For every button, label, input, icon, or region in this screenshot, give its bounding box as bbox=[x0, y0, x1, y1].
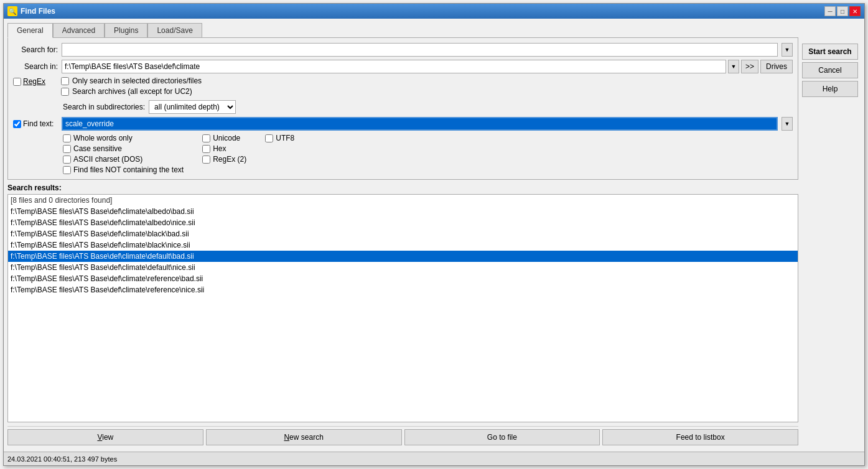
ascii-charset-label: ASCII charset (DOS) bbox=[73, 155, 142, 164]
start-search-button[interactable]: Start search bbox=[802, 44, 858, 60]
content-area: General Advanced Plugins Load/Save Searc… bbox=[4, 19, 864, 452]
find-text-input[interactable]: scale_override bbox=[62, 117, 778, 131]
whole-words-checkbox[interactable] bbox=[63, 134, 71, 142]
close-button[interactable]: ✕ bbox=[849, 6, 861, 16]
case-sensitive-checkbox[interactable] bbox=[63, 145, 71, 153]
search-in-dropdown[interactable]: ▼ bbox=[728, 60, 739, 73]
not-containing-row: Find files NOT containing the text bbox=[63, 165, 184, 174]
ascii-charset-checkbox[interactable] bbox=[63, 156, 71, 164]
checkbox-options: Only search in selected directories/file… bbox=[61, 77, 202, 98]
search-in-label: Search in: bbox=[13, 62, 58, 71]
cancel-button[interactable]: Cancel bbox=[802, 62, 858, 78]
main-panel: General Advanced Plugins Load/Save Searc… bbox=[4, 19, 802, 452]
view-label: iew bbox=[102, 433, 113, 442]
tab-advanced[interactable]: Advanced bbox=[53, 23, 105, 38]
utf8-checkbox[interactable] bbox=[265, 134, 273, 142]
case-sensitive-row: Case sensitive bbox=[63, 144, 184, 153]
result-item-4[interactable]: f:\Temp\BASE files\ATS Base\def\climate\… bbox=[8, 251, 798, 262]
hex-checkbox[interactable] bbox=[202, 145, 210, 153]
go-to-file-button[interactable]: Go to file bbox=[404, 429, 600, 445]
utf8-row: UTF8 bbox=[265, 134, 294, 142]
result-item-6[interactable]: f:\Temp\BASE files\ATS Base\def\climate\… bbox=[8, 273, 798, 284]
title-bar: 🔍 Find Files ─ □ ✕ bbox=[4, 4, 864, 19]
hex-row: Hex bbox=[202, 144, 246, 153]
regex-label: RegEx bbox=[23, 77, 45, 86]
search-for-label: Search for: bbox=[13, 45, 58, 54]
results-summary: [8 files and 0 directories found] bbox=[8, 195, 798, 206]
regex2-label: RegEx (2) bbox=[213, 155, 246, 164]
result-item-0[interactable]: f:\Temp\BASE files\ATS Base\def\climate\… bbox=[8, 206, 798, 217]
find-files-window: 🔍 Find Files ─ □ ✕ General Advanced Plug… bbox=[3, 3, 865, 466]
result-item-1[interactable]: f:\Temp\BASE files\ATS Base\def\climate\… bbox=[8, 217, 798, 228]
search-archives-label: Search archives (all except for UC2) bbox=[72, 87, 192, 96]
expand-button[interactable]: >> bbox=[741, 60, 758, 73]
title-bar-buttons: ─ □ ✕ bbox=[824, 6, 861, 16]
search-in-group: f:\Temp\BASE files\ATS Base\def\climate … bbox=[62, 60, 793, 73]
find-text-row: Find text: scale_override ▼ bbox=[13, 117, 793, 131]
tab-general[interactable]: General bbox=[7, 23, 53, 38]
regex2-checkbox[interactable] bbox=[202, 156, 210, 164]
whole-words-row: Whole words only bbox=[63, 134, 184, 142]
regex-area: RegEx bbox=[13, 77, 58, 86]
tab-plugins[interactable]: Plugins bbox=[105, 23, 147, 38]
new-search-label: ew search bbox=[289, 433, 324, 442]
title-bar-left: 🔍 Find Files bbox=[7, 6, 55, 16]
results-section: Search results: [8 files and 0 directori… bbox=[7, 183, 798, 422]
drives-button[interactable]: Drives bbox=[760, 60, 793, 73]
search-for-row: Search for: ▼ bbox=[13, 43, 793, 57]
bottom-buttons: View New search Go to file Feed to listb… bbox=[7, 426, 798, 448]
ascii-charset-row: ASCII charset (DOS) bbox=[63, 155, 184, 164]
subdirs-label: Search in subdirectories: bbox=[63, 103, 145, 111]
status-bar: 24.03.2021 00:40:51, 213 497 bytes bbox=[4, 452, 864, 465]
find-text-label: Find text: bbox=[23, 119, 54, 128]
feed-to-listbox-button[interactable]: Feed to listbox bbox=[602, 429, 798, 445]
subdirs-select[interactable]: all (unlimited depth) none 1 level 2 lev… bbox=[149, 100, 236, 114]
subdirs-row: Search in subdirectories: all (unlimited… bbox=[63, 100, 793, 114]
feed-to-listbox-label: Feed to listbox bbox=[676, 433, 725, 442]
unicode-checkbox[interactable] bbox=[202, 134, 210, 142]
search-archives-checkbox[interactable] bbox=[61, 88, 69, 96]
result-item-2[interactable]: f:\Temp\BASE files\ATS Base\def\climate\… bbox=[8, 228, 798, 239]
right-panel: Start search Cancel Help bbox=[802, 19, 864, 452]
new-search-button[interactable]: New search bbox=[206, 429, 402, 445]
find-text-label-area: Find text: bbox=[13, 119, 58, 128]
unicode-label: Unicode bbox=[213, 134, 240, 142]
not-containing-label: Find files NOT containing the text bbox=[73, 165, 184, 174]
whole-words-label: Whole words only bbox=[73, 134, 133, 142]
regex2-row: RegEx (2) bbox=[202, 155, 246, 164]
search-in-input[interactable]: f:\Temp\BASE files\ATS Base\def\climate bbox=[62, 60, 726, 73]
tab-content-general: Search for: ▼ Search in: f:\Temp\BASE fi… bbox=[7, 37, 798, 180]
only-selected-label: Only search in selected directories/file… bbox=[72, 77, 202, 85]
options-col-1: Whole words only Case sensitive ASCII ch… bbox=[63, 134, 184, 174]
options-col-3: UTF8 bbox=[265, 134, 294, 174]
status-text: 24.03.2021 00:40:51, 213 497 bytes bbox=[7, 455, 117, 463]
tab-bar: General Advanced Plugins Load/Save bbox=[7, 22, 798, 37]
minimize-button[interactable]: ─ bbox=[824, 6, 836, 16]
result-item-7[interactable]: f:\Temp\BASE files\ATS Base\def\climate\… bbox=[8, 284, 798, 295]
result-item-5[interactable]: f:\Temp\BASE files\ATS Base\def\climate\… bbox=[8, 262, 798, 273]
tab-loadsave[interactable]: Load/Save bbox=[147, 23, 202, 38]
window-icon: 🔍 bbox=[7, 6, 17, 16]
spacer-top bbox=[802, 22, 861, 41]
view-button[interactable]: View bbox=[7, 429, 203, 445]
find-text-checkbox[interactable] bbox=[13, 120, 21, 128]
search-for-input[interactable] bbox=[62, 43, 778, 57]
help-button[interactable]: Help bbox=[802, 81, 858, 97]
maximize-button[interactable]: □ bbox=[837, 6, 848, 16]
regex-checkbox[interactable] bbox=[13, 78, 21, 86]
utf8-label: UTF8 bbox=[276, 134, 294, 142]
not-containing-checkbox[interactable] bbox=[63, 166, 71, 174]
text-options: Whole words only Case sensitive ASCII ch… bbox=[63, 134, 793, 174]
find-text-dropdown[interactable]: ▼ bbox=[782, 117, 793, 131]
only-selected-row: Only search in selected directories/file… bbox=[61, 77, 202, 85]
hex-label: Hex bbox=[213, 144, 226, 153]
options-area: RegEx Only search in selected directorie… bbox=[13, 77, 793, 98]
result-item-3[interactable]: f:\Temp\BASE files\ATS Base\def\climate\… bbox=[8, 239, 798, 251]
results-list[interactable]: [8 files and 0 directories found] f:\Tem… bbox=[7, 194, 798, 422]
window-title: Find Files bbox=[21, 7, 55, 16]
unicode-row: Unicode bbox=[202, 134, 246, 142]
results-label: Search results: bbox=[7, 183, 798, 192]
search-for-dropdown[interactable]: ▼ bbox=[782, 43, 793, 57]
only-selected-checkbox[interactable] bbox=[61, 77, 69, 85]
case-sensitive-label: Case sensitive bbox=[73, 144, 122, 153]
